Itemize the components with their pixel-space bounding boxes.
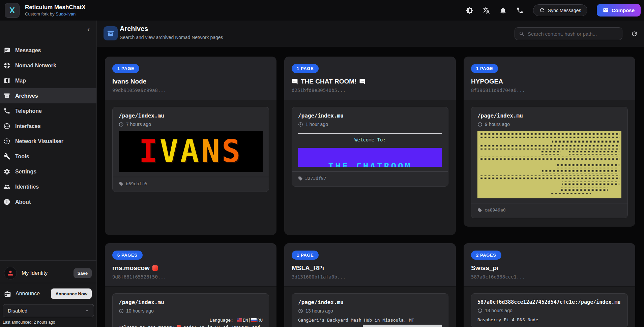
page-count-badge: 1 PAGE — [292, 251, 319, 260]
us-flag-icon — [237, 318, 242, 322]
radio-icon — [4, 290, 11, 297]
archive-card-ivans-node[interactable]: 1 PAGE Ivans Node 99db91059a9c99a8... /p… — [105, 57, 276, 235]
page-path: /page/index.mu — [298, 112, 442, 119]
translate-icon[interactable] — [482, 7, 490, 14]
sidebar-item-settings[interactable]: Settings — [0, 164, 96, 179]
archive-card-msla-rpi[interactable]: 1 PAGE MSLA_RPi 3d131600bf1afa0b... /pag… — [284, 243, 456, 327]
sidebar-item-archives[interactable]: Archives — [0, 88, 96, 103]
sidebar-item-tools[interactable]: Tools — [0, 149, 96, 164]
announce-mode-select[interactable]: Disabled — [3, 304, 94, 317]
sidebar-nav: Messages Nomad Network Map Archives Tele… — [0, 43, 96, 209]
last-announced-text: Last announced: 2 hours ago — [3, 320, 55, 325]
page-time: 13 hours ago — [477, 308, 621, 313]
sidebar-item-messages[interactable]: Messages — [0, 43, 96, 58]
logo-letter: X — [9, 6, 15, 15]
top-bar: X Reticulum MeshChatX Custom fork by Sud… — [0, 0, 644, 21]
sidebar-item-label: Messages — [15, 47, 41, 54]
search-box — [515, 27, 622, 40]
card-title: rns.moscow — [112, 264, 269, 272]
red-square-emoji — [177, 325, 181, 327]
sidebar-item-interfaces[interactable]: Interfaces — [0, 119, 96, 134]
my-identity-row: My Identity Save — [0, 264, 96, 283]
card-hash: 9d8f681f65528f50... — [112, 274, 269, 280]
page-preview-ascii-art: I V A N S — [119, 131, 263, 172]
sync-messages-label: Sync Messages — [548, 8, 581, 13]
sidebar-item-identities[interactable]: Identities — [0, 179, 96, 194]
notifications-bell-icon[interactable] — [499, 7, 507, 14]
page-time: 9 hours ago — [477, 122, 621, 127]
page-tag: b69cbff0 — [119, 181, 263, 186]
sidebar-item-label: Interfaces — [15, 123, 41, 129]
page-title: Archives — [120, 25, 223, 33]
card-hash: 3d131600bf1afa0b... — [292, 274, 448, 280]
card-title: THE CHAT ROOM! — [292, 78, 448, 85]
search-icon — [519, 31, 525, 37]
sync-messages-button[interactable]: Sync Messages — [533, 4, 587, 16]
sidebar-divider — [0, 283, 96, 283]
sidebar-item-about[interactable]: About — [0, 194, 96, 209]
compose-button[interactable]: Compose — [597, 4, 641, 17]
archived-page-entry[interactable]: /page/index.mu 1 hour ago Welcome To: TH… — [292, 107, 448, 187]
speech-balloon-icon — [359, 78, 365, 85]
globe-icon — [3, 62, 10, 69]
preview-banner-text: THE CHATROOM — [298, 161, 442, 167]
sidebar-item-label: Map — [15, 78, 26, 84]
page-count-badge: 2 PAGES — [471, 251, 501, 260]
theme-toggle-icon[interactable] — [466, 7, 473, 14]
sync-icon — [539, 7, 545, 13]
page-tag: 3273df87 — [298, 176, 442, 181]
page-path: 587a0cf6d388cce12a27452d547cfc1e:/page/i… — [477, 299, 621, 305]
sidebar-item-nomad-network[interactable]: Nomad Network — [0, 58, 96, 73]
announce-label: Announce — [16, 291, 40, 297]
archives-header-icon — [104, 26, 118, 40]
sidebar-item-label: Telephone — [15, 108, 42, 114]
card-hash: 8f396811d9d704a0... — [471, 88, 628, 93]
sidebar-item-label: Tools — [15, 154, 29, 160]
card-title: HYPOGEA — [471, 78, 628, 85]
page-preview-chat: Welcome To: THE CHATROOM — [298, 133, 442, 167]
sidebar-item-label: Archives — [15, 93, 38, 99]
archive-card-rns-moscow[interactable]: 6 PAGES rns.moscow 9d8f681f65528f50... /… — [105, 243, 276, 327]
preview-welcome-line: Welcome to rns.moscow node! It is 01 of … — [119, 325, 263, 327]
save-button[interactable]: Save — [74, 268, 92, 278]
archived-page-entry[interactable]: 587a0cf6d388cce12a27452d547cfc1e:/page/i… — [471, 293, 628, 327]
card-hash: d251bfd8e30540b5... — [292, 88, 448, 93]
archive-card-hypogea[interactable]: 1 PAGE HYPOGEA 8f396811d9d704a0... /page… — [464, 57, 635, 227]
sidebar-divider — [0, 260, 96, 261]
search-input[interactable] — [528, 31, 618, 37]
sidebar-item-label: Identities — [15, 184, 39, 190]
page-count-badge: 1 PAGE — [292, 64, 319, 73]
archive-card-swiss-pi[interactable]: 2 PAGES Swiss_pi 587a0cf6d388cce1... 587… — [464, 243, 635, 327]
archived-page-entry[interactable]: /page/index.mu 13 hours ago Gang1eri's B… — [292, 293, 448, 327]
page-preview-ascii-pattern — [477, 131, 621, 198]
sidebar-item-label: About — [15, 199, 31, 205]
sidebar-item-network-visualiser[interactable]: ? Network Visualiser — [0, 134, 96, 149]
phone-icon[interactable] — [516, 7, 524, 14]
archive-box-icon — [107, 29, 115, 37]
fork-author-link[interactable]: Sudo-Ivan — [56, 11, 76, 17]
chat-bubble-icon — [3, 47, 10, 54]
card-title: Swiss_pi — [471, 264, 628, 272]
archived-page-entry[interactable]: /page/index.mu 9 hours ago — [471, 107, 628, 218]
sidebar-item-map[interactable]: Map — [0, 73, 96, 88]
archived-page-entry[interactable]: /page/index.mu 10 hours ago Language: EN… — [112, 293, 269, 327]
page-subtitle: Search and view archived Nomad Network p… — [120, 35, 223, 40]
identity-avatar[interactable] — [4, 267, 17, 280]
archives-grid: 1 PAGE Ivans Node 99db91059a9c99a8... /p… — [105, 57, 635, 327]
sidebar-collapse-icon[interactable]: ‹ — [87, 26, 90, 33]
page-path: /page/index.mu — [298, 299, 442, 305]
refresh-icon[interactable] — [631, 30, 638, 37]
announce-now-button[interactable]: Announce Now — [51, 289, 92, 299]
card-title: MSLA_RPi — [292, 264, 448, 272]
svg-text:?: ? — [6, 139, 8, 143]
sidebar-item-label: Network Visualiser — [15, 138, 63, 144]
sidebar-item-telephone[interactable]: Telephone — [0, 103, 96, 119]
speech-balloon-icon — [292, 78, 298, 85]
page-tag: ca8949a0 — [477, 207, 621, 212]
clock-icon — [477, 308, 482, 313]
archive-card-chat-room[interactable]: 1 PAGE THE CHAT ROOM! d251bfd8e30540b5..… — [284, 57, 456, 235]
red-square-emoji — [152, 265, 158, 271]
archive-box-icon — [3, 92, 10, 99]
archived-page-entry[interactable]: /page/index.mu 7 hours ago I V A N S — [112, 107, 269, 192]
app-title: Reticulum MeshChatX — [25, 4, 85, 11]
